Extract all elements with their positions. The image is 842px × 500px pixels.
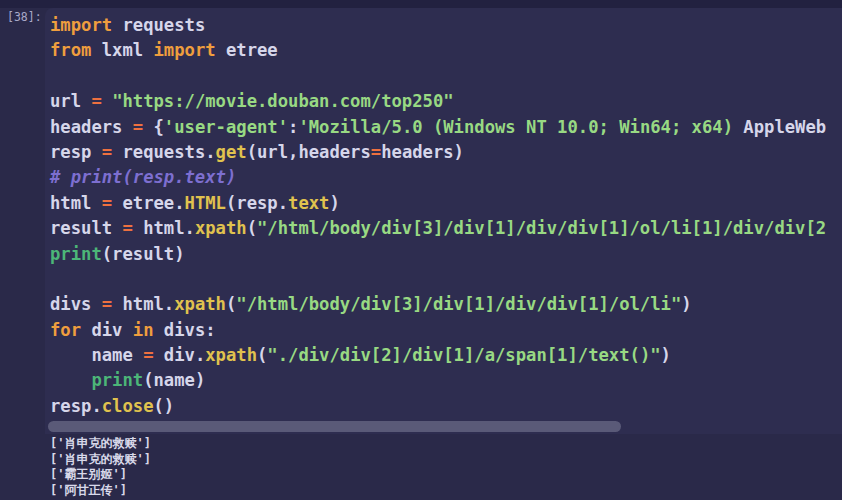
code-token-pl: divs: [50, 294, 102, 314]
code-line: resp.close(): [50, 394, 826, 419]
code-line: print(result): [50, 242, 826, 267]
code-token-pl: lxml: [91, 40, 153, 60]
code-token-pl: div: [81, 320, 133, 340]
code-token-pl: requests: [112, 15, 205, 35]
code-cell[interactable]: import requestsfrom lxml import etree ur…: [45, 8, 842, 434]
code-token-pl: :: [288, 117, 298, 137]
cell-output: ['肖申克的救赎']['肖申克的救赎']['霸王别姬']['阿甘正传']: [50, 436, 830, 498]
code-line: name = div.xpath("./div/div[2]/div[1]/a/…: [50, 343, 826, 368]
code-editor[interactable]: import requestsfrom lxml import etree ur…: [50, 13, 826, 419]
code-token-str: "/html/body/div[3]/div[1]/div/div[1]/ol/…: [257, 218, 826, 238]
code-token-pl: div.: [154, 345, 206, 365]
code-token-op: =: [91, 91, 101, 111]
code-token-bi: print: [91, 370, 143, 390]
horizontal-scrollbar-thumb[interactable]: [48, 421, 621, 432]
output-line: ['霸王别姬']: [50, 467, 830, 483]
code-token-pl: (: [257, 345, 267, 365]
output-line: ['肖申克的救赎']: [50, 452, 830, 468]
code-token-pl: (result): [102, 244, 185, 264]
code-token-fn: xpath: [174, 294, 226, 314]
code-token-op: =: [122, 218, 132, 238]
code-token-pl: etree: [216, 40, 278, 60]
code-token-pl: AppleWeb: [733, 117, 826, 137]
code-token-bi: print: [50, 244, 102, 264]
code-token-op: =: [102, 142, 112, 162]
code-token-pl: {: [143, 117, 164, 137]
code-token-pl: (: [226, 294, 236, 314]
code-token-pl: ): [661, 345, 671, 365]
code-line: html = etree.HTML(resp.text): [50, 191, 826, 216]
code-line: # print(resp.text): [50, 165, 826, 190]
code-token-pl: html: [50, 193, 102, 213]
code-token-pl: (: [247, 218, 257, 238]
code-token-pl: [102, 91, 112, 111]
code-token-pl: etree.: [112, 193, 184, 213]
code-token-op: =: [143, 345, 153, 365]
execution-count-label: [38]:: [7, 10, 42, 24]
code-token-kw: import: [50, 15, 112, 35]
code-token-pl: headers: [50, 117, 133, 137]
code-token-pl: (name): [143, 370, 205, 390]
output-line: ['肖申克的救赎']: [50, 436, 830, 452]
code-token-fn: close: [102, 396, 154, 416]
code-line: resp = requests.get(url,headers=headers): [50, 140, 826, 165]
code-line: [50, 64, 826, 89]
code-line: from lxml import etree: [50, 38, 826, 63]
code-token-pl: (): [154, 396, 175, 416]
code-line: url = "https://movie.douban.com/top250": [50, 89, 826, 114]
code-token-pl: html.: [112, 294, 174, 314]
code-line: import requests: [50, 13, 826, 38]
code-token-kw: from: [50, 40, 91, 60]
code-token-cm: # print(resp.text): [50, 167, 236, 187]
code-token-fn: get: [216, 142, 247, 162]
code-token-pl: result: [50, 218, 122, 238]
code-token-op: =: [102, 294, 112, 314]
code-token-fn: xpath: [195, 218, 247, 238]
code-token-kw: in: [133, 320, 154, 340]
code-token-fn: xpath: [205, 345, 257, 365]
code-token-str: "./div/div[2]/div[1]/a/span[1]/text()": [267, 345, 660, 365]
code-line: [50, 267, 826, 292]
code-token-kw: import: [154, 40, 216, 60]
code-token-pl: (url,headers: [247, 142, 371, 162]
code-line: headers = {'user-agent':'Mozilla/5.0 (Wi…: [50, 115, 826, 140]
code-token-pl: html.: [133, 218, 195, 238]
code-token-op: =: [102, 193, 112, 213]
code-token-pl: [50, 370, 91, 390]
code-token-str: "/html/body/div[3]/div[1]/div/div[1]/ol/…: [236, 294, 681, 314]
code-token-pl: resp: [50, 142, 102, 162]
code-token-pl: url: [50, 91, 91, 111]
code-line: result = html.xpath("/html/body/div[3]/d…: [50, 216, 826, 241]
code-token-pl: resp.: [50, 396, 102, 416]
code-token-pl: requests.: [112, 142, 215, 162]
code-line: print(name): [50, 368, 826, 393]
code-token-pl: ): [681, 294, 691, 314]
code-token-op: =: [133, 117, 143, 137]
code-token-pl: headers): [381, 142, 464, 162]
code-token-str: "https://movie.douban.com/top250": [112, 91, 453, 111]
code-token-op: =: [371, 142, 381, 162]
code-line: for div in divs:: [50, 318, 826, 343]
code-token-kw: for: [50, 320, 81, 340]
code-token-pl: name: [50, 345, 143, 365]
code-token-pl: ): [329, 193, 339, 213]
code-token-pl: (resp.: [226, 193, 288, 213]
output-line: ['阿甘正传']: [50, 483, 830, 499]
code-token-str: 'Mozilla/5.0 (Windows NT 10.0; Win64; x6…: [298, 117, 733, 137]
code-token-str: 'user-agent': [164, 117, 288, 137]
code-line: divs = html.xpath("/html/body/div[3]/div…: [50, 292, 826, 317]
code-token-pl: divs:: [154, 320, 216, 340]
code-token-fn: text: [288, 193, 329, 213]
window-top-strip: [0, 0, 842, 8]
code-token-fn: HTML: [185, 193, 226, 213]
